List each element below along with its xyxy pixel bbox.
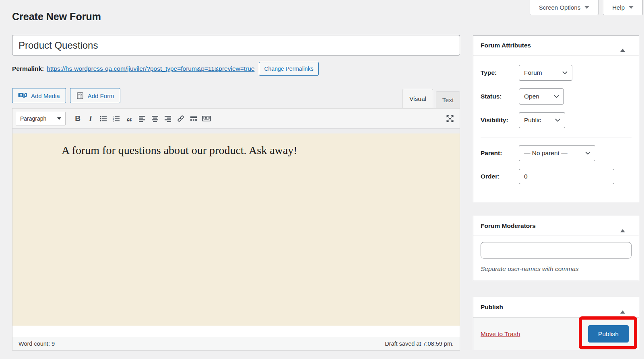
fullscreen-icon — [446, 115, 454, 123]
collapse-toggle-button[interactable] — [619, 41, 627, 50]
editor-content-area[interactable]: A forum for questions about our product.… — [12, 133, 460, 326]
align-right-button[interactable] — [162, 112, 174, 125]
order-input[interactable] — [519, 169, 614, 184]
permalink-url[interactable]: https://hs-wordpress-qa.com/jjuviler/?po… — [47, 65, 254, 72]
blockquote-icon: “ — [126, 120, 132, 124]
collapse-toggle-button[interactable] — [619, 303, 627, 312]
moderators-input[interactable] — [481, 242, 632, 258]
parent-row: Parent: — No parent — — [481, 145, 632, 161]
order-label: Order: — [481, 173, 519, 180]
chevron-down-icon — [585, 152, 590, 155]
paragraph-style-select[interactable]: Paragraph — [16, 112, 66, 125]
forum-attributes-panel: Forum Attributes Type: Forum Status: Ope — [473, 35, 639, 202]
collapse-arrow-icon — [620, 304, 625, 314]
type-label: Type: — [481, 69, 519, 76]
change-permalinks-button[interactable]: Change Permalinks — [259, 62, 318, 76]
italic-icon: I — [89, 114, 92, 123]
visibility-label: Visibility: — [481, 117, 519, 124]
forum-moderators-title: Forum Moderators — [481, 222, 536, 230]
word-count-label: Word count: — [19, 341, 50, 347]
tab-text[interactable]: Text — [436, 91, 460, 108]
align-center-icon — [151, 115, 159, 123]
bold-icon: B — [75, 114, 80, 123]
editor-toolbar: Paragraph B I — [12, 109, 460, 129]
type-select[interactable]: Forum — [519, 65, 572, 81]
align-left-button[interactable] — [136, 112, 148, 125]
form-icon — [76, 92, 84, 100]
publish-footer: Move to Trash Publish — [473, 317, 639, 350]
align-right-icon — [164, 115, 171, 123]
tab-visual[interactable]: Visual — [402, 89, 433, 108]
status-row: Status: Open — [481, 88, 632, 105]
chevron-down-icon — [57, 117, 61, 120]
top-tabs: Screen Options Help — [530, 0, 643, 15]
forum-attributes-header[interactable]: Forum Attributes — [473, 36, 639, 55]
bold-button[interactable]: B — [72, 112, 84, 125]
link-button[interactable] — [175, 112, 187, 125]
forum-attributes-title: Forum Attributes — [481, 42, 531, 49]
blockquote-button[interactable]: “ — [123, 112, 135, 125]
read-more-icon — [190, 115, 198, 123]
screen-options-label: Screen Options — [539, 4, 580, 11]
editor-content-gap — [12, 326, 460, 337]
type-value: Forum — [524, 69, 542, 76]
collapse-toggle-button[interactable] — [619, 222, 627, 231]
forum-moderators-panel: Forum Moderators Separate user-names wit… — [473, 216, 639, 281]
help-label: Help — [612, 4, 625, 11]
add-form-button[interactable]: Add Form — [70, 88, 120, 103]
sidebar: Forum Attributes Type: Forum Status: Ope — [473, 35, 639, 350]
status-value: Open — [524, 93, 539, 100]
help-button[interactable]: Help — [603, 0, 643, 15]
moderators-hint: Separate user-names with commas — [481, 265, 632, 273]
move-to-trash-link[interactable]: Move to Trash — [481, 330, 520, 338]
bullet-list-button[interactable] — [97, 112, 109, 125]
fullscreen-button[interactable] — [444, 112, 456, 125]
media-icon — [18, 92, 27, 100]
toolbar-toggle-button[interactable] — [200, 112, 213, 125]
parent-label: Parent: — [481, 150, 519, 157]
chevron-down-icon — [554, 95, 559, 98]
visibility-select[interactable]: Public — [519, 112, 565, 128]
main-column: Permalink: https://hs-wordpress-qa.com/j… — [12, 35, 460, 351]
media-buttons: Add Media Add Form — [12, 88, 120, 103]
chevron-down-icon — [629, 6, 634, 9]
editor-paragraph: A forum for questions about our product.… — [62, 144, 444, 157]
chevron-down-icon — [584, 6, 589, 9]
word-count: Word count: 9 — [19, 341, 55, 347]
add-media-label: Add Media — [31, 92, 60, 99]
status-label: Status: — [481, 93, 519, 100]
forum-title-input[interactable] — [12, 35, 460, 55]
numbered-list-button[interactable]: 1 2 3 — [110, 112, 122, 125]
editor-mode-tabs: Visual Text — [402, 89, 460, 108]
forum-moderators-body: Separate user-names with commas — [473, 236, 639, 273]
add-media-button[interactable]: Add Media — [12, 88, 66, 103]
publish-button[interactable]: Publish — [588, 325, 629, 343]
order-row: Order: — [481, 169, 632, 184]
italic-button[interactable]: I — [85, 112, 97, 125]
status-select[interactable]: Open — [519, 88, 564, 105]
word-count-value: 9 — [52, 341, 55, 347]
permalink-row: Permalink: https://hs-wordpress-qa.com/j… — [12, 62, 460, 76]
publish-header[interactable]: Publish — [473, 297, 639, 317]
keyboard-icon — [202, 115, 211, 123]
forum-moderators-header[interactable]: Forum Moderators — [473, 216, 639, 236]
svg-text:3: 3 — [113, 120, 114, 123]
parent-value: — No parent — — [524, 150, 568, 157]
paragraph-style-value: Paragraph — [20, 115, 46, 122]
toolbar-strip — [12, 129, 460, 133]
media-tabs-row: Add Media Add Form Visual Text — [12, 88, 460, 108]
type-row: Type: Forum — [481, 65, 632, 81]
align-center-button[interactable] — [149, 112, 161, 125]
bullet-list-icon — [99, 115, 107, 123]
parent-select[interactable]: — No parent — — [519, 145, 595, 161]
forum-attributes-body: Type: Forum Status: Open Visibility: — [473, 55, 639, 184]
chevron-down-icon — [555, 119, 560, 122]
editor: Paragraph B I — [12, 108, 460, 351]
draft-saved-status: Draft saved at 7:08:59 pm. — [385, 341, 454, 347]
screen-options-button[interactable]: Screen Options — [530, 0, 599, 15]
read-more-button[interactable] — [188, 112, 200, 125]
visibility-value: Public — [524, 117, 541, 124]
collapse-arrow-icon — [620, 43, 625, 52]
attributes-divider — [481, 137, 632, 137]
publish-panel: Publish Move to Trash Publish — [473, 297, 639, 350]
